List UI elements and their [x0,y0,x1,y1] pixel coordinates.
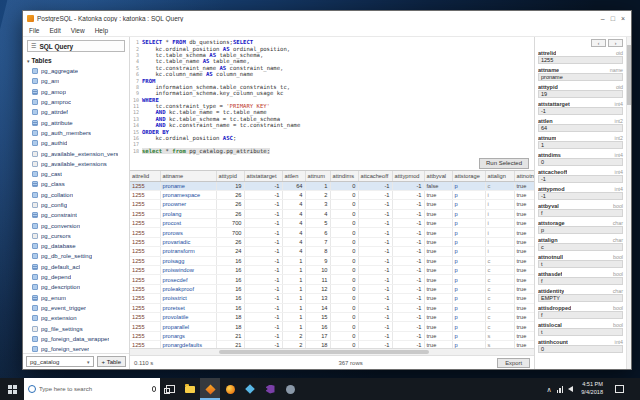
cell-attname[interactable]: procost [160,219,216,228]
cell-attnum[interactable]: 17 [305,331,330,340]
cell-atttypmod[interactable]: -1 [392,322,424,331]
cell-attbyval[interactable]: true [424,247,452,256]
cell-attcacheoff[interactable]: -1 [358,190,392,199]
cell-attlen[interactable]: 64 [282,181,305,190]
field-value[interactable]: -1 [538,107,623,115]
table-row[interactable]: 1255proiswindow16-11100-1-1truepctrue [130,266,534,275]
table-row[interactable]: 1255proowner26-1430-1-1truepitrue [130,200,534,209]
cell-attalign[interactable]: i [485,200,514,209]
taskbar-icon-visual-studio[interactable] [260,378,280,400]
taskbar-icon-misc-app[interactable] [280,378,300,400]
cell-attstorage[interactable]: p [452,331,485,340]
column-header-attlen[interactable]: attlen [282,171,305,181]
sidebar-item-pg_auth_members[interactable]: pg_auth_members [32,128,129,138]
cell-attname[interactable]: proowner [160,200,216,209]
cell-attnum[interactable]: 8 [305,247,330,256]
cell-attbyval[interactable]: true [424,228,452,237]
sidebar-item-pg_constraint[interactable]: pg_constraint [32,210,129,220]
cell-attcacheoff[interactable]: -1 [358,219,392,228]
sidebar-item-pg_attrdef[interactable]: pg_attrdef [32,107,129,117]
cell-attrelid[interactable]: 1255 [130,247,160,256]
cell-attlen[interactable]: 1 [282,322,305,331]
field-value[interactable]: -1 [538,175,623,183]
cell-attrelid[interactable]: 1255 [130,181,160,190]
field-value[interactable]: f [538,311,623,319]
cell-attndims[interactable]: 0 [330,181,358,190]
cell-atttypmod[interactable]: -1 [392,303,424,312]
cell-attnotnull[interactable]: true [514,190,534,199]
column-header-attnotnull[interactable]: attnotnull [514,171,534,181]
cell-atttypid[interactable]: 26 [216,237,244,246]
table-row[interactable]: 1255protransform24-1480-1-1truepitrue [130,247,534,256]
cell-attrelid[interactable]: 1255 [130,200,160,209]
cell-attnum[interactable]: 14 [305,303,330,312]
next-record-button[interactable]: › [608,39,623,47]
cell-attbyval[interactable]: true [424,303,452,312]
cell-attnotnull[interactable]: true [514,200,534,209]
cell-attcacheoff[interactable]: -1 [358,228,392,237]
table-row[interactable]: 1255proretset16-11140-1-1truepctrue [130,303,534,312]
column-header-atttypmod[interactable]: atttypmod [392,171,424,181]
sidebar-item-pg_amop[interactable]: pg_amop [32,87,129,97]
cell-attstorage[interactable]: p [452,181,485,190]
table-row[interactable]: 1255pronargdefaults21-12180-1-1truepstru… [130,341,534,348]
cell-attbyval[interactable]: true [424,190,452,199]
cell-attstattarget[interactable]: -1 [244,275,282,284]
taskbar-clock[interactable]: 4:51 PM 9/4/2018 [578,381,606,396]
cell-attcacheoff[interactable]: -1 [358,181,392,190]
cell-attnotnull[interactable]: true [514,294,534,303]
cell-attname[interactable]: pronargdefaults [160,341,216,348]
cell-atttypid[interactable]: 21 [216,341,244,348]
cell-attalign[interactable]: s [485,341,514,348]
table-row[interactable]: 1255pronargs21-12170-1-1truepstrue [130,331,534,340]
cell-attrelid[interactable]: 1255 [130,256,160,265]
cell-attndims[interactable]: 0 [330,275,358,284]
cell-attbyval[interactable]: true [424,275,452,284]
cell-atttypid[interactable]: 18 [216,312,244,321]
cell-attnum[interactable]: 6 [305,228,330,237]
cell-attbyval[interactable]: true [424,294,452,303]
cell-attlen[interactable]: 4 [282,209,305,218]
cell-attbyval[interactable]: true [424,266,452,275]
cell-atttypid[interactable]: 16 [216,284,244,293]
field-value[interactable]: 0 [538,345,623,353]
sidebar-item-pg_cursors[interactable]: pg_cursors [32,231,129,241]
cell-attnum[interactable]: 13 [305,294,330,303]
cell-attstorage[interactable]: p [452,247,485,256]
cell-attname[interactable]: pronargs [160,331,216,340]
field-value[interactable]: c [538,243,623,251]
sidebar-item-pg_conversion[interactable]: pg_conversion [32,220,129,230]
cell-attbyval[interactable]: true [424,341,452,348]
cell-attstattarget[interactable]: -1 [244,209,282,218]
chevron-up-icon[interactable]: ∧ [547,386,552,393]
cell-attlen[interactable]: 4 [282,219,305,228]
cell-attname[interactable]: provolatile [160,312,216,321]
cell-atttypid[interactable]: 16 [216,294,244,303]
cell-attalign[interactable]: i [485,237,514,246]
cell-attstattarget[interactable]: -1 [244,303,282,312]
cell-atttypmod[interactable]: -1 [392,190,424,199]
cell-attndims[interactable]: 0 [330,190,358,199]
cell-atttypid[interactable]: 26 [216,190,244,199]
column-header-attndims[interactable]: attndims [330,171,358,181]
cell-attrelid[interactable]: 1255 [130,228,160,237]
cell-attlen[interactable]: 1 [282,275,305,284]
taskbar-icon-task-view[interactable] [160,378,180,400]
cell-attrelid[interactable]: 1255 [130,284,160,293]
field-value[interactable]: -1 [538,192,623,200]
cell-attnum[interactable]: 12 [305,284,330,293]
cell-attname[interactable]: prorows [160,228,216,237]
cell-attnum[interactable]: 15 [305,312,330,321]
cell-attndims[interactable]: 0 [330,322,358,331]
sidebar-item-pg_file_settings[interactable]: pg_file_settings [32,323,129,333]
sidebar-item-pg_event_trigger[interactable]: pg_event_trigger [32,303,129,313]
cell-attstattarget[interactable]: -1 [244,219,282,228]
cell-attndims[interactable]: 0 [330,247,358,256]
table-row[interactable]: 1255prorows700-1460-1-1truepitrue [130,228,534,237]
cell-attnotnull[interactable]: true [514,219,534,228]
cell-atttypid[interactable]: 18 [216,322,244,331]
cell-attbyval[interactable]: true [424,237,452,246]
cell-attndims[interactable]: 0 [330,331,358,340]
cell-attlen[interactable]: 2 [282,341,305,348]
cell-attrelid[interactable]: 1255 [130,275,160,284]
